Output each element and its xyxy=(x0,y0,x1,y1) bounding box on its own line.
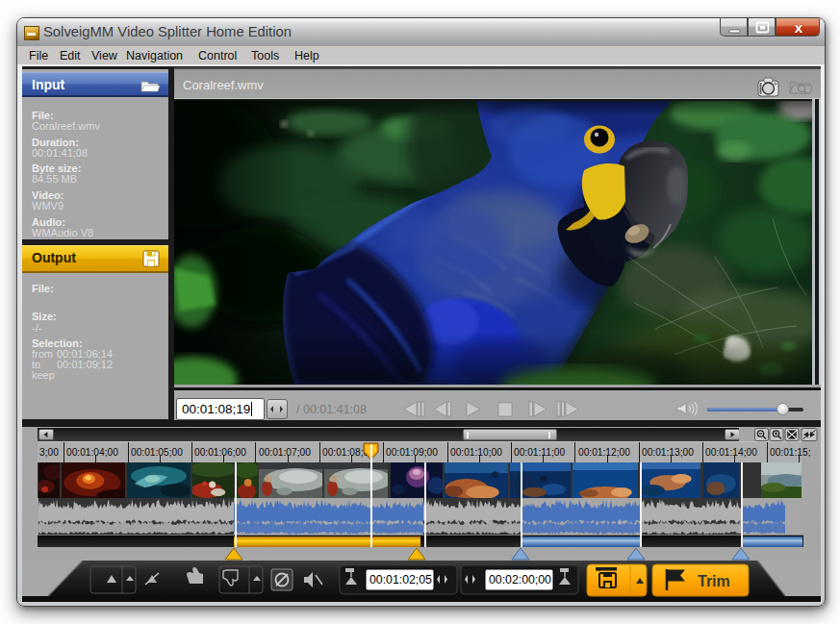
svg-text:00:01:02;05: 00:01:02;05 xyxy=(369,573,432,587)
svg-text:00:02:00;00: 00:02:00;00 xyxy=(489,573,551,587)
svg-text:x: x xyxy=(795,19,803,36)
svg-text:Trim: Trim xyxy=(698,573,730,589)
